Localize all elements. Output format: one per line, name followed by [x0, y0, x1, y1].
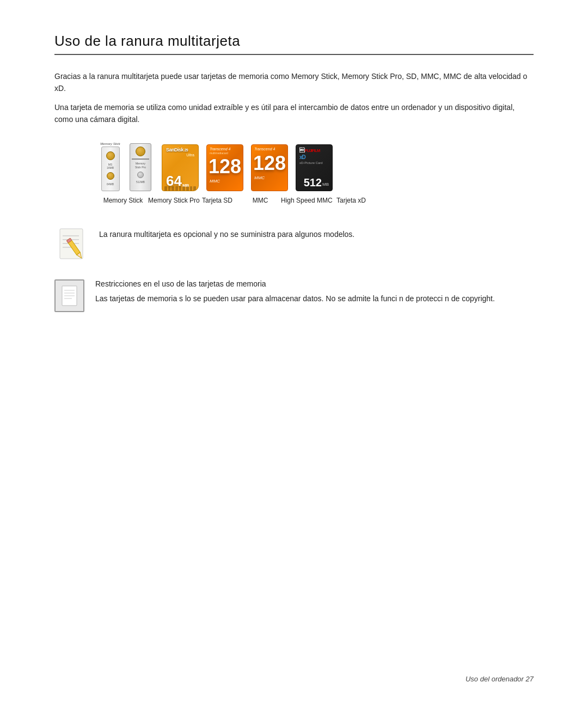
xd-size-row: 512 MB: [299, 177, 329, 188]
ms-pro-stripe: [132, 159, 149, 160]
restriction-body: Las tarjetas de memoria s lo se pueden u…: [95, 290, 495, 304]
xd-size-unit: MB: [322, 182, 329, 187]
sd-contacts: [162, 186, 198, 191]
label-tarjeta-sd: Tarjeta SD: [196, 197, 238, 204]
mmc-top: Transcend 4 multimediacard: [210, 147, 240, 155]
footer-text: Uso del ordenador 27: [465, 675, 534, 683]
intro-paragraph-2: Una tarjeta de memoria se utiliza como u…: [54, 101, 534, 126]
mmc-sub: multimediacard: [210, 151, 228, 155]
mmc-card: Transcend 4 multimediacard 128 MMC: [206, 144, 243, 191]
ms-chip-2: [107, 172, 114, 180]
card-labels-row: Memory Stick Memory Stick Pro Tarjeta SD…: [98, 197, 370, 204]
mmc-card-body: Transcend 4 multimediacard 128 MMC: [206, 144, 243, 191]
label-tarjeta-xd: Tarjeta xD: [332, 197, 370, 204]
restriction-text-block: Restricciones en el uso de las tarjetas …: [95, 279, 495, 304]
intro-paragraph-1: Gracias a la ranura multitarjeta puede u…: [54, 70, 534, 95]
hs-mmc-label: MMC: [254, 175, 265, 180]
label-mmc: MMC: [240, 197, 281, 204]
memory-stick-card: Memory Stick MS16MB 64MB: [98, 142, 122, 191]
ms-text-2: 64MB: [107, 182, 114, 186]
xd-top-brand:  FUJIFILM: [299, 148, 320, 153]
mmc-label: MMC: [210, 179, 220, 184]
note-text-1: La ranura multitarjeta es opcional y no …: [99, 226, 534, 240]
label-memory-stick: Memory Stick: [98, 197, 148, 204]
cards-images-row: Memory Stick MS16MB 64MB MemoryStick Pro…: [98, 142, 333, 191]
ms-pro-text-2: 512MB: [136, 180, 145, 184]
restriction-title: Restricciones en el uso de las tarjetas …: [95, 279, 495, 288]
hs-mmc-card-body: Transcend 4 128 MMC: [251, 144, 288, 191]
cards-section: Memory Stick MS16MB 64MB MemoryStick Pro…: [98, 142, 534, 204]
sd-type: Ultra: [166, 153, 194, 157]
sd-brand: SanDisk 29: [166, 148, 194, 153]
hs-mmc-number: 128: [253, 154, 286, 173]
ms-pro-chip-2: [137, 172, 144, 178]
xd-type: xD-Picture Card: [299, 161, 323, 166]
restriction-icon-svg: [60, 285, 79, 307]
label-memory-stick-pro: Memory Stick Pro: [148, 197, 193, 204]
xd-size-num: 512: [304, 177, 322, 188]
high-speed-mmc-card: Transcend 4 128 MMC: [251, 144, 288, 191]
note-pencil-icon: [54, 226, 88, 263]
sd-card: SanDisk 29 Ultra 64 MB: [162, 144, 199, 191]
mmc-brand: Transcend 4: [210, 147, 230, 151]
page-title: Uso de la ranura multitarjeta: [54, 33, 534, 50]
hs-mmc-brand: Transcend 4: [254, 147, 275, 151]
ms-pro-chip: [136, 147, 145, 156]
ms-pro-body: MemoryStick Pro 512MB: [130, 143, 151, 191]
ms-brand-label: Memory Stick: [100, 142, 120, 145]
ms-body: MS16MB 64MB: [101, 147, 120, 191]
note-section: La ranura multitarjeta es opcional y no …: [54, 221, 534, 269]
label-high-speed-mmc: High Speed MMC: [281, 197, 330, 204]
mmc-number: 128: [209, 157, 241, 176]
hs-mmc-top: Transcend 4: [254, 147, 285, 151]
page-footer: Uso del ordenador 27: [465, 674, 534, 683]
ms-chip-1: [106, 151, 115, 160]
ms-text: MS16MB: [107, 163, 114, 170]
pencil-paper-svg: [54, 226, 88, 263]
memory-stick-pro-card: MemoryStick Pro 512MB: [128, 143, 153, 191]
xd-card:  FUJIFILM xD xD-Picture Card 512 MB: [296, 144, 333, 191]
restriction-section: Restricciones en el uso de las tarjetas …: [54, 279, 534, 312]
xd-logo-text: xD: [299, 154, 305, 160]
title-divider: [54, 54, 534, 55]
xd-card-body:  FUJIFILM xD xD-Picture Card 512 MB: [296, 144, 333, 191]
ms-pro-text: MemoryStick Pro: [135, 162, 146, 169]
sd-card-body: SanDisk 29 Ultra 64 MB: [162, 144, 199, 191]
restriction-icon: [54, 279, 84, 312]
